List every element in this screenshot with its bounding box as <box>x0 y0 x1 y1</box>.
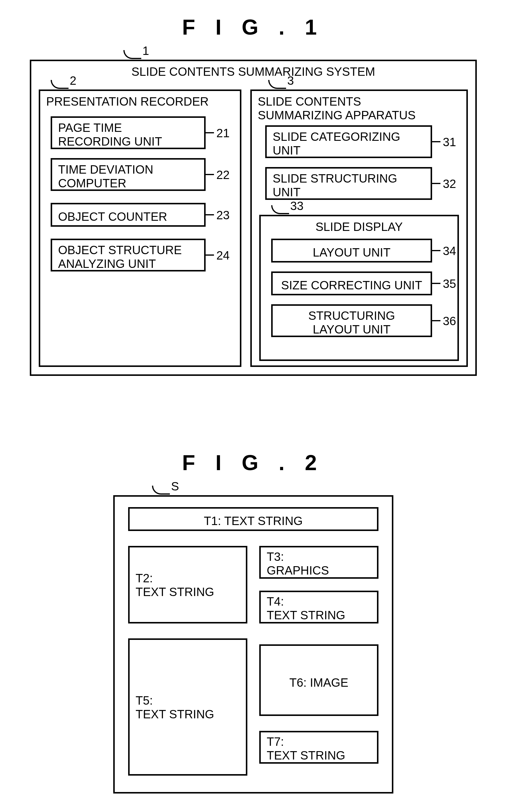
time-deviation-computer-box: TIME DEVIATION COMPUTER <box>51 158 205 191</box>
ref-35: 35 <box>443 277 456 290</box>
tick-34 <box>432 250 440 251</box>
object-structure-analyzing-unit-label: OBJECT STRUCTURE ANALYZING UNIT <box>58 243 182 271</box>
t4-box: T4: TEXT STRING <box>259 591 378 623</box>
slide-display-title: SLIDE DISPLAY <box>261 220 457 233</box>
ref-2: 2 <box>70 74 76 87</box>
ref-32: 32 <box>443 177 456 191</box>
ref-31: 31 <box>443 135 456 149</box>
page-time-recording-unit-box: PAGE TIME RECORDING UNIT <box>51 116 205 149</box>
tick-24 <box>205 255 214 256</box>
ref-22: 22 <box>216 168 230 182</box>
t3-box: T3: GRAPHICS <box>259 546 378 579</box>
ref-33: 33 <box>290 199 304 213</box>
tick-23 <box>205 214 214 215</box>
tick-21 <box>205 132 214 133</box>
tick-35 <box>432 283 440 284</box>
tick-32 <box>432 183 440 184</box>
size-correcting-unit-label: SIZE CORRECTING UNIT <box>273 278 431 292</box>
t2-box: T2: TEXT STRING <box>128 546 247 623</box>
lead-1 <box>123 50 141 59</box>
tick-36 <box>432 320 440 321</box>
t6-box: T6: IMAGE <box>259 645 378 716</box>
ref-24: 24 <box>216 249 230 262</box>
page-time-recording-unit-label: PAGE TIME RECORDING UNIT <box>58 121 162 148</box>
slide-structuring-unit-label: SLIDE STRUCTURING UNIT <box>273 172 397 199</box>
object-counter-label: OBJECT COUNTER <box>58 210 167 223</box>
fig2-title: F I G . 2 <box>0 451 506 475</box>
structuring-layout-unit-label: STRUCTURING LAYOUT UNIT <box>273 309 431 336</box>
ref-21: 21 <box>216 127 230 140</box>
size-correcting-unit-box: SIZE CORRECTING UNIT <box>271 271 432 295</box>
ref-s: S <box>171 480 179 493</box>
slide-structuring-unit-box: SLIDE STRUCTURING UNIT <box>265 167 432 200</box>
fig1-title: F I G . 1 <box>0 15 506 40</box>
presentation-recorder-title: PRESENTATION RECORDER <box>46 94 208 108</box>
slide-categorizing-unit-box: SLIDE CATEGORIZING UNIT <box>265 125 432 158</box>
tick-22 <box>205 174 214 175</box>
t6-label: T6: IMAGE <box>261 676 377 689</box>
t4-label: T4: TEXT STRING <box>267 595 345 622</box>
ref-1: 1 <box>143 44 149 58</box>
ref-23: 23 <box>216 208 230 222</box>
lead-s <box>152 486 170 494</box>
time-deviation-computer-label: TIME DEVIATION COMPUTER <box>58 162 153 190</box>
t1-label: T1: TEXT STRING <box>130 514 377 528</box>
layout-unit-box: LAYOUT UNIT <box>271 239 432 263</box>
system-title: SLIDE CONTENTS SUMMARIZING SYSTEM <box>31 65 475 78</box>
slide-categorizing-unit-label: SLIDE CATEGORIZING UNIT <box>273 130 400 157</box>
t7-label: T7: TEXT STRING <box>267 735 345 762</box>
t7-box: T7: TEXT STRING <box>259 731 378 764</box>
object-structure-analyzing-unit-box: OBJECT STRUCTURE ANALYZING UNIT <box>51 239 205 271</box>
tick-31 <box>432 141 440 142</box>
t1-box: T1: TEXT STRING <box>128 507 378 531</box>
t3-label: T3: GRAPHICS <box>267 550 329 577</box>
object-counter-box: OBJECT COUNTER <box>51 203 205 227</box>
layout-unit-label: LAYOUT UNIT <box>273 246 431 259</box>
t5-box: T5: TEXT STRING <box>128 638 247 775</box>
t2-label: T2: TEXT STRING <box>136 571 214 599</box>
ref-3: 3 <box>287 74 294 87</box>
ref-34: 34 <box>443 244 456 258</box>
slide-contents-summarizing-apparatus-title: SLIDE CONTENTS SUMMARIZING APPARATUS <box>258 94 416 122</box>
structuring-layout-unit-box: STRUCTURING LAYOUT UNIT <box>271 304 432 337</box>
ref-36: 36 <box>443 315 456 328</box>
t5-label: T5: TEXT STRING <box>136 693 214 721</box>
